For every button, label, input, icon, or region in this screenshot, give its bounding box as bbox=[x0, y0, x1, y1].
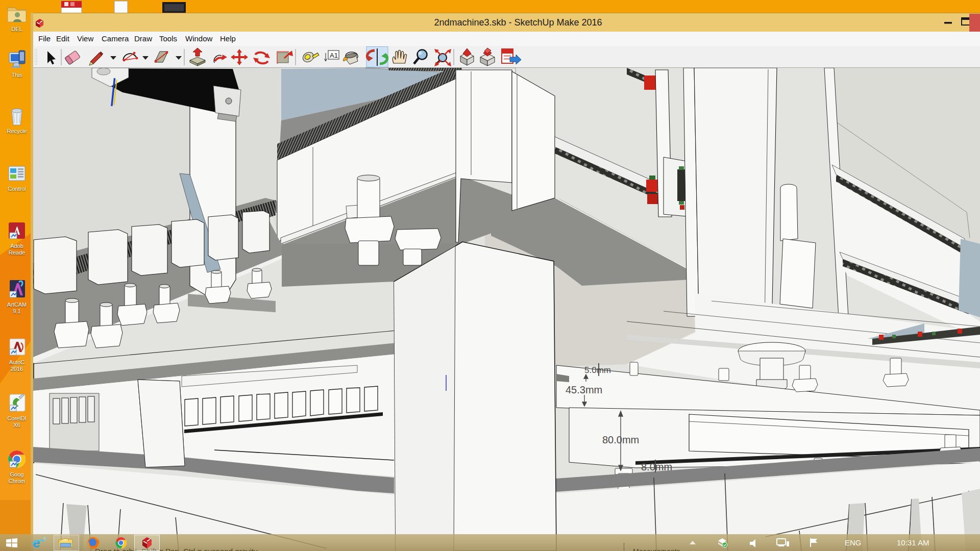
svg-text:8.0mm: 8.0mm bbox=[641, 461, 672, 472]
svg-text:A1: A1 bbox=[330, 52, 338, 59]
svg-text:5.0mm: 5.0mm bbox=[584, 365, 611, 375]
svg-text:45.3mm: 45.3mm bbox=[566, 384, 602, 395]
